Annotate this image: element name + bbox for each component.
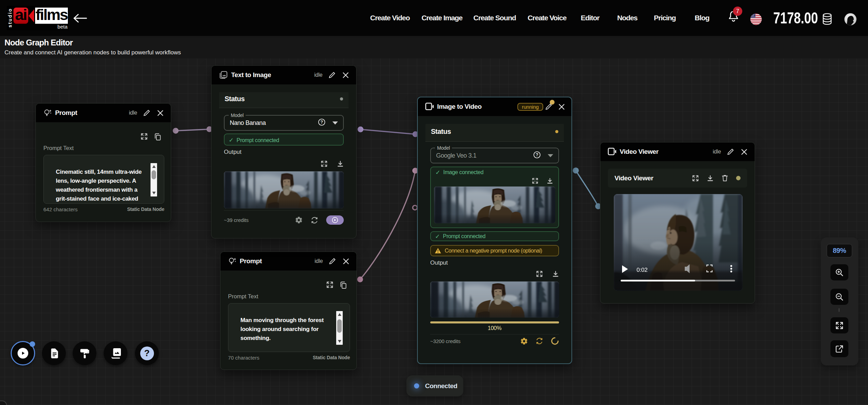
svg-text:?: ? xyxy=(320,120,323,125)
svg-text:0:02: 0:02 xyxy=(637,267,648,273)
svg-text:?: ? xyxy=(536,152,538,157)
